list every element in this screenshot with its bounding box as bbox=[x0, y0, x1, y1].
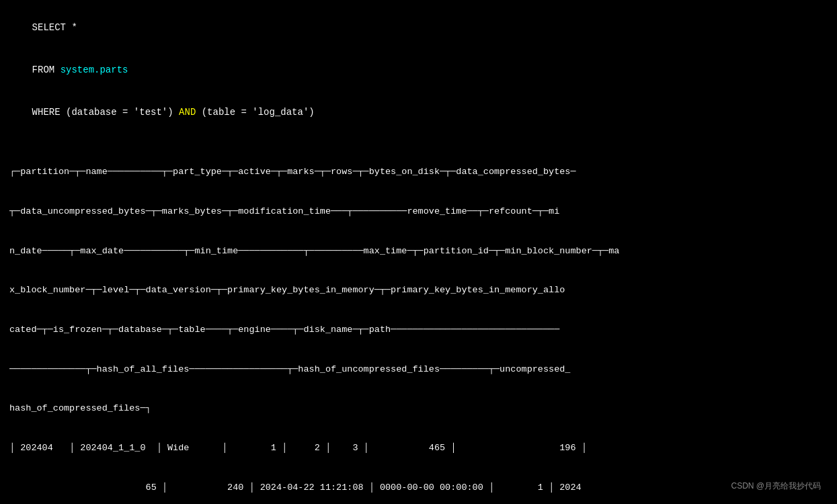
watermark: CSDN @月亮给我抄代码 bbox=[731, 480, 821, 492]
result-header-3: n_date─────┬─max_date───────────┬─min_ti… bbox=[9, 245, 828, 258]
result-header-4: x_block_number─┬─level─┬─data_version─┬─… bbox=[9, 284, 828, 297]
result-header-7: hash_of_compressed_files─┐ bbox=[9, 402, 828, 415]
sql-from: FROM system.parts bbox=[9, 49, 828, 91]
sql-where: WHERE (database = 'test') AND (table = '… bbox=[9, 91, 828, 134]
result-header-5: cated─┬─is_frozen─┬─database─┬─table────… bbox=[9, 323, 828, 337]
result-data-2: 65 │ 240 │ 2024-04-22 11:21:08 │ 0000-00… bbox=[9, 481, 828, 495]
result-block: ┌─partition─┬─name──────────┬─part_type─… bbox=[9, 139, 828, 504]
result-header-2: ┬─data_uncompressed_bytes─┬─marks_bytes─… bbox=[9, 205, 828, 218]
sql-select: SELECT * bbox=[9, 7, 828, 49]
result-data-1: │ 202404 │ 202404_1_1_0 │ Wide │ 1 │ 2 │… bbox=[9, 442, 828, 455]
result-header-1: ┌─partition─┬─name──────────┬─part_type─… bbox=[9, 165, 828, 179]
result-header-6: ──────────────┬─hash_of_all_files───────… bbox=[9, 363, 828, 376]
terminal: SELECT * FROM system.parts WHERE (databa… bbox=[9, 7, 828, 497]
